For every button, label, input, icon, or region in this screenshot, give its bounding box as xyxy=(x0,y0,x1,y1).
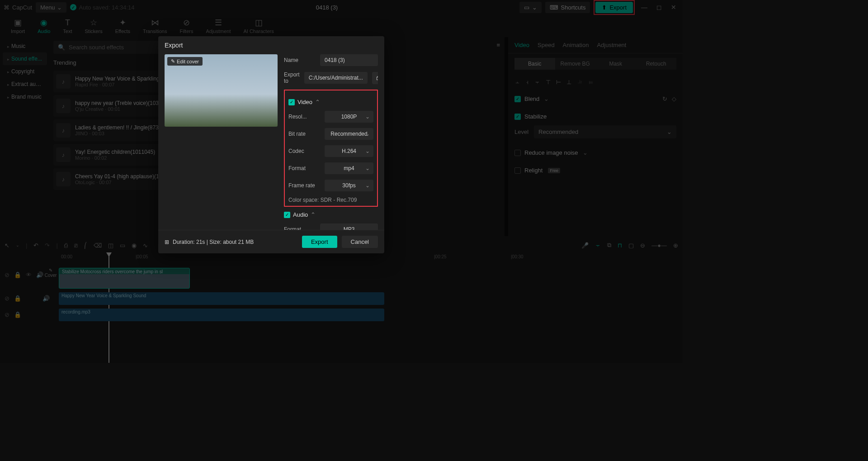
framerate-label: Frame rate xyxy=(288,182,320,189)
edit-cover-label: Edit cover xyxy=(177,59,199,64)
video-section-highlight: ✓ Video ⌃ Resol...1080P Bit rateRecommen… xyxy=(284,90,378,207)
video-section-header[interactable]: ✓ Video ⌃ xyxy=(288,99,373,105)
checkbox-checked-icon[interactable]: ✓ xyxy=(284,212,290,218)
name-input[interactable]: 0418 (3) xyxy=(320,54,378,66)
film-icon: ⊞ xyxy=(165,239,169,245)
video-label: Video xyxy=(297,99,312,105)
duration-info: Duration: 21s | Size: about 21 MB xyxy=(173,239,254,245)
bitrate-label: Bit rate xyxy=(288,131,320,137)
edit-cover-button[interactable]: ✎ Edit cover xyxy=(167,57,203,66)
audio-label: Audio xyxy=(293,211,308,218)
chevron-up-icon: ⌃ xyxy=(311,211,316,218)
browse-folder-button[interactable]: 🗀 xyxy=(372,72,378,84)
exportto-label: Export to xyxy=(284,71,300,84)
name-label: Name xyxy=(284,57,316,63)
resolution-select[interactable]: 1080P xyxy=(325,111,373,123)
pencil-icon: ✎ xyxy=(171,58,175,64)
resolution-label: Resol... xyxy=(288,114,320,120)
export-modal: Export ✎ Edit cover Name 0418 (3) Export… xyxy=(158,36,384,253)
format-label: Format xyxy=(288,165,320,171)
framerate-select[interactable]: 30fps xyxy=(325,180,373,191)
format-select[interactable]: mp4 xyxy=(325,162,373,174)
codec-select[interactable]: H.264 xyxy=(325,145,373,157)
checkbox-checked-icon[interactable]: ✓ xyxy=(288,99,295,105)
colorspace-text: Color space: SDR - Rec.709 xyxy=(288,197,373,203)
codec-label: Codec xyxy=(288,148,320,154)
export-confirm-button[interactable]: Export xyxy=(302,236,337,248)
cover-preview: ✎ Edit cover xyxy=(165,54,278,127)
chevron-up-icon: ⌃ xyxy=(315,99,320,105)
exportto-input[interactable]: C:/Users/Administrat... xyxy=(304,72,368,84)
folder-icon: 🗀 xyxy=(376,75,378,81)
audio-format-label: Format xyxy=(284,226,316,230)
cancel-button[interactable]: Cancel xyxy=(342,236,378,248)
audio-format-select[interactable]: MP3 xyxy=(320,223,378,230)
audio-section-header[interactable]: ✓ Audio ⌃ xyxy=(284,211,378,218)
modal-title: Export xyxy=(158,36,384,54)
bitrate-select[interactable]: Recommended xyxy=(325,128,373,140)
